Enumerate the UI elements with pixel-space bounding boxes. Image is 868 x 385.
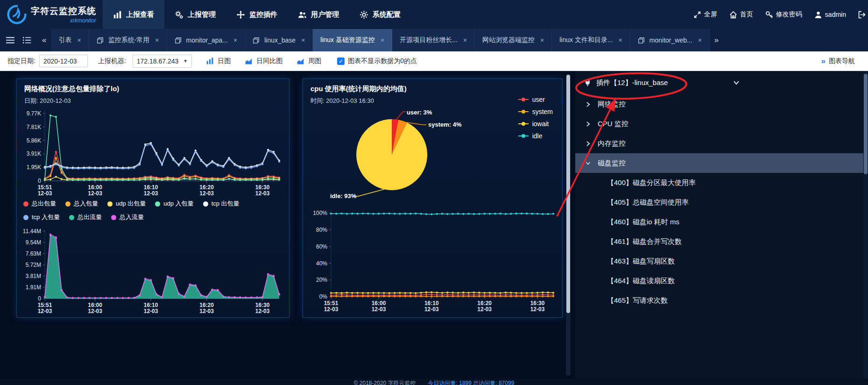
tab-6[interactable]: 开源项目粉丝增长...× xyxy=(392,29,475,51)
legend-item[interactable]: 总出包量 xyxy=(23,200,56,208)
tree-group-3[interactable]: 内存监控 xyxy=(575,134,863,153)
tab-close-icon[interactable]: × xyxy=(301,36,305,44)
legend-item[interactable]: user xyxy=(518,96,553,103)
tab-3[interactable]: monitor_apa...× xyxy=(167,29,246,51)
hamburger-icon[interactable] xyxy=(6,36,15,44)
machine-select[interactable]: 172.18.67.243 ▼ xyxy=(133,55,192,68)
nav-link-fullscreen[interactable]: 全屏 xyxy=(693,10,717,19)
tab-4[interactable]: linux_base× xyxy=(245,29,313,51)
chevron-right-icon xyxy=(586,121,591,127)
menu-item-gear[interactable]: 系统配置 xyxy=(349,0,411,29)
legend-marker-icon xyxy=(23,215,28,220)
menu-item-label: 用户管理 xyxy=(311,10,339,19)
tab-close-icon[interactable]: × xyxy=(233,36,237,44)
tab-label: monitor_web... xyxy=(649,36,692,44)
menu-item-gears[interactable]: 上报管理 xyxy=(164,0,226,29)
bar-chart-icon xyxy=(206,57,214,65)
svg-text:3.81M: 3.81M xyxy=(26,273,41,279)
gear-icon xyxy=(360,10,368,19)
tree-group-1[interactable]: 网络监控 xyxy=(575,94,863,114)
nav-link-key[interactable]: 修改密码 xyxy=(765,10,802,19)
tab-close-icon[interactable]: × xyxy=(698,36,702,44)
tab-list: «引表×监控系统-常用×monitor_apa...×linux_base×li… xyxy=(37,29,723,51)
nav-link-label: 首页 xyxy=(740,10,753,19)
date-input[interactable] xyxy=(39,55,88,67)
svg-text:3.91K: 3.91K xyxy=(27,150,41,157)
svg-text:100%: 100% xyxy=(313,210,327,216)
app-logo[interactable]: 字符云监控系统 xrkmonitor xyxy=(0,4,103,25)
svg-text:16:30: 16:30 xyxy=(255,184,270,191)
tab-bar: «引表×监控系统-常用×monitor_apa...×linux_base×li… xyxy=(0,29,868,51)
tree-leaf[interactable]: 【400】磁盘分区最大使用率 xyxy=(575,173,863,192)
tab-label: linux_base xyxy=(264,36,296,44)
hide-zero-label: 图表不显示数据为0的点 xyxy=(348,57,417,65)
tab-label: linux 文件和目录... xyxy=(559,36,613,44)
day-chart-button[interactable]: 日图 xyxy=(206,57,231,65)
svg-text:16:00: 16:00 xyxy=(372,300,386,307)
svg-text:0%: 0% xyxy=(319,293,328,300)
chevron-down-icon[interactable] xyxy=(733,80,740,86)
legend-item[interactable]: 总入流量 xyxy=(111,213,144,221)
tab-close-icon[interactable]: × xyxy=(463,36,467,44)
chart-nav-toggle[interactable]: » 图表导航 xyxy=(821,57,861,66)
tree-group-2[interactable]: CPU 监控 xyxy=(575,114,863,134)
button-label: 日同比图 xyxy=(256,57,282,65)
tree-leaf[interactable]: 【465】写请求次数 xyxy=(575,291,863,310)
list-icon[interactable] xyxy=(22,36,32,44)
tree-leaf[interactable]: 【405】总磁盘空间使用率 xyxy=(575,192,863,212)
week-chart-button[interactable]: 周图 xyxy=(296,57,321,65)
tab-9[interactable]: monitor_web...× xyxy=(630,29,710,51)
nav-link-home[interactable]: 首页 xyxy=(729,10,753,19)
legend-item[interactable]: 总入包量 xyxy=(65,200,98,208)
legend-item[interactable]: udp 入包量 xyxy=(155,200,193,208)
day-compare-chart-button[interactable]: 日同比图 xyxy=(245,57,282,65)
legend-marker-icon xyxy=(518,99,529,100)
double-arrow-right-icon: » xyxy=(821,57,826,66)
plugin-header[interactable]: 插件【12】-linux_base xyxy=(575,71,863,94)
tab-close-icon[interactable]: × xyxy=(540,36,544,44)
nav-link-user[interactable]: sadmin xyxy=(814,11,846,19)
tab-close-icon[interactable]: × xyxy=(381,36,384,44)
tab-close-icon[interactable]: × xyxy=(155,36,159,44)
tab-8[interactable]: linux 文件和目录...× xyxy=(552,29,630,51)
legend-item[interactable]: tcp 出包量 xyxy=(203,200,240,208)
legend-item[interactable]: tcp 入包量 xyxy=(23,213,60,221)
tab-5[interactable]: linux 基础资源监控× xyxy=(313,29,392,51)
tabs-scroll-left[interactable]: « xyxy=(37,29,51,51)
svg-text:12-03: 12-03 xyxy=(88,190,102,197)
tab-close-icon[interactable]: × xyxy=(77,36,81,44)
tree-group-label: 网络监控 xyxy=(598,100,626,109)
svg-text:12-03: 12-03 xyxy=(144,190,158,197)
page-scrollbar[interactable] xyxy=(863,71,868,378)
tree-group-4[interactable]: 磁盘监控 xyxy=(575,153,863,173)
tab-2[interactable]: 监控系统-常用× xyxy=(89,29,167,51)
legend-marker-icon xyxy=(111,215,116,220)
tab-7[interactable]: 网站浏览器端监控× xyxy=(475,29,552,51)
menu-item-users[interactable]: 用户管理 xyxy=(288,0,349,29)
tabs-scroll-right[interactable]: » xyxy=(710,29,723,51)
content-scrollbar[interactable] xyxy=(566,74,571,376)
tree-leaf[interactable]: 【460】磁盘io 耗时 ms xyxy=(575,212,863,232)
tree-leaf[interactable]: 【463】磁盘写扇区数 xyxy=(575,251,863,271)
legend-label: udp 入包量 xyxy=(163,200,193,208)
tree-leaf[interactable]: 【464】磁盘读扇区数 xyxy=(575,271,863,291)
chevron-right-icon xyxy=(586,141,591,147)
scrollbar-thumb[interactable] xyxy=(864,74,868,174)
svg-text:5.86K: 5.86K xyxy=(27,137,41,144)
legend-label: 总入流量 xyxy=(120,213,144,221)
scrollbar-thumb[interactable] xyxy=(566,75,570,313)
tree-leaf[interactable]: 【461】磁盘合并写次数 xyxy=(575,232,863,251)
tab-1[interactable]: 引表× xyxy=(51,29,89,51)
svg-text:system: 4%: system: 4% xyxy=(428,121,462,128)
tab-close-icon[interactable]: × xyxy=(619,36,622,44)
nav-link-logout[interactable]: 退出 xyxy=(858,10,868,19)
legend-marker-icon xyxy=(23,201,28,207)
menu-item-bar-chart[interactable]: 上报查看 xyxy=(103,0,164,29)
menu-item-plugin[interactable]: 监控插件 xyxy=(226,0,288,29)
legend-item[interactable]: 总出流量 xyxy=(69,213,102,221)
svg-text:7.81K: 7.81K xyxy=(27,124,41,130)
hide-zero-checkbox[interactable]: ✓ xyxy=(337,57,345,65)
legend-item[interactable]: udp 出包量 xyxy=(107,200,146,208)
nav-link-label: sadmin xyxy=(825,11,846,18)
svg-text:11.44M: 11.44M xyxy=(23,228,41,235)
